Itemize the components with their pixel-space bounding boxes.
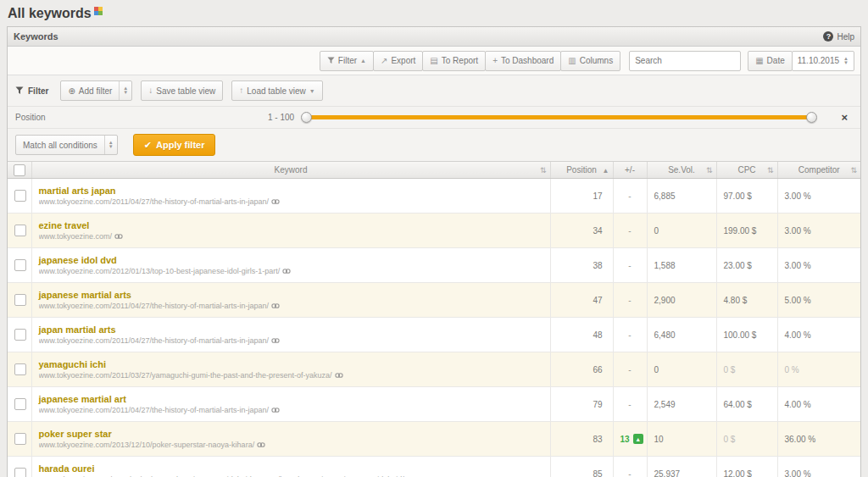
- keywords-panel: Keywords ? Help Filter ▲ ↗ Export ▤ To R…: [7, 26, 861, 477]
- change-cell: -: [613, 352, 647, 387]
- link-icon[interactable]: [114, 233, 123, 240]
- keyword-url: www.tokyoezine.com/2011/04/27/the-histor…: [39, 197, 543, 207]
- sort-icon[interactable]: ⇅: [540, 166, 547, 175]
- link-icon[interactable]: [271, 407, 280, 413]
- competitor-cell: 4.00 %: [777, 318, 860, 352]
- keyword-link[interactable]: yamaguchi ichi: [39, 359, 543, 370]
- row-checkbox[interactable]: [14, 294, 26, 306]
- to-report-button[interactable]: ▤ To Report: [422, 51, 486, 71]
- change-cell: 13 ▲: [613, 422, 647, 457]
- slider-handle-max[interactable]: [806, 112, 817, 123]
- sevol-cell: 2,900: [647, 283, 716, 318]
- remove-filter-icon[interactable]: ×: [841, 112, 848, 123]
- link-icon[interactable]: [335, 372, 343, 379]
- columns-button[interactable]: ▥ Columns: [560, 51, 620, 71]
- keyword-link[interactable]: ezine travel: [39, 220, 543, 231]
- filter-toggle-button[interactable]: Filter ▲: [320, 51, 374, 71]
- position-range-slider[interactable]: [303, 115, 815, 119]
- competitor-cell: 36.00 %: [777, 422, 860, 457]
- table-header-row: Keyword⇅ Position▲ +/- Se.Vol.⇅ CPC⇅ Com…: [8, 162, 860, 179]
- to-dashboard-button[interactable]: + To Dashboard: [485, 51, 561, 71]
- position-cell: 47: [550, 283, 613, 318]
- add-filter-stepper[interactable]: ▲▼: [119, 81, 131, 100]
- load-table-view-button[interactable]: ↑ Load table view ▼: [231, 80, 322, 101]
- funnel-icon: [327, 57, 335, 64]
- keyword-link[interactable]: japanese idol dvd: [39, 255, 543, 266]
- date-button[interactable]: ▦ Date: [748, 51, 793, 71]
- sort-icon[interactable]: ⇅: [850, 166, 857, 175]
- position-cell: 17: [550, 179, 613, 214]
- keyword-link[interactable]: japanese martial art: [39, 394, 543, 405]
- upload-icon: ↑: [239, 86, 243, 95]
- link-icon[interactable]: [257, 441, 265, 448]
- keyword-url: www.tokyoezine.com/2013/12/10/poker-supe…: [39, 441, 543, 450]
- table-row: japanese idol dvd www.tokyoezine.com/201…: [8, 248, 860, 283]
- slider-handle-min[interactable]: [301, 112, 312, 123]
- table-row: japanese martial art www.tokyoezine.com/…: [8, 387, 860, 422]
- position-cell: 66: [550, 352, 613, 387]
- column-header-sevol[interactable]: Se.Vol.⇅: [647, 162, 716, 179]
- column-header-keyword[interactable]: Keyword⇅: [31, 162, 550, 179]
- row-checkbox[interactable]: [14, 225, 26, 236]
- link-icon[interactable]: [282, 268, 291, 275]
- competitor-cell: 0 %: [777, 352, 860, 387]
- match-conditions-stepper[interactable]: ▲▼: [104, 136, 117, 154]
- row-checkbox[interactable]: [14, 433, 26, 445]
- search-input[interactable]: [629, 51, 741, 71]
- column-header-position[interactable]: Position▲: [550, 162, 613, 179]
- keyword-url: www.tokyoezine.com/2011/04/27/the-histor…: [39, 302, 543, 311]
- row-checkbox[interactable]: [14, 329, 26, 341]
- sort-icon[interactable]: ⇅: [706, 166, 713, 175]
- page-title: All keywords: [8, 6, 92, 20]
- column-header-cpc[interactable]: CPC⇅: [716, 162, 777, 179]
- row-checkbox[interactable]: [14, 190, 26, 202]
- match-conditions-select[interactable]: Match all conditions ▲▼: [15, 135, 118, 155]
- filter-controls-row: Filter ⊕ Add filter ▲▼ ↓ Save table view…: [8, 75, 860, 106]
- position-cell: 38: [550, 248, 613, 283]
- sort-asc-icon[interactable]: ▲: [603, 166, 609, 174]
- cpc-cell: 0 $: [716, 422, 777, 457]
- sort-icon[interactable]: ⇅: [767, 166, 774, 175]
- apply-filter-row: Match all conditions ▲▼ ✔ Apply filter: [8, 128, 860, 161]
- link-icon[interactable]: [271, 337, 280, 344]
- link-icon[interactable]: [271, 302, 280, 309]
- help-button[interactable]: ? Help: [823, 31, 854, 42]
- panel-title: Keywords: [14, 31, 58, 42]
- keyword-link[interactable]: martial arts japan: [39, 186, 543, 197]
- apply-filter-button[interactable]: ✔ Apply filter: [133, 134, 216, 156]
- export-button[interactable]: ↗ Export: [373, 51, 423, 71]
- keyword-link[interactable]: japan martial arts: [39, 324, 543, 336]
- select-all-checkbox[interactable]: [14, 164, 25, 176]
- keyword-link[interactable]: japanese martial arts: [39, 290, 543, 301]
- table-row: japan martial arts www.tokyoezine.com/20…: [8, 318, 860, 352]
- cpc-cell: 97.00 $: [716, 179, 777, 214]
- sevol-cell: 6,480: [647, 318, 716, 352]
- row-checkbox[interactable]: [14, 398, 26, 410]
- keyword-url: www.tokyoezine.com/2012/01/13/top-10-bes…: [39, 267, 543, 276]
- change-cell: -: [613, 248, 647, 283]
- change-cell: -: [613, 318, 647, 352]
- cpc-cell: 0 $: [716, 352, 777, 387]
- help-label: Help: [837, 32, 854, 42]
- save-table-view-button[interactable]: ↓ Save table view: [141, 80, 223, 101]
- stepper-arrows-icon: ▲▼: [108, 141, 114, 149]
- cpc-cell: 23.00 $: [716, 248, 777, 283]
- competitor-cell: 3.00 %: [777, 248, 860, 283]
- stepper-arrows-icon: ▲▼: [843, 57, 849, 65]
- add-filter-button[interactable]: ⊕ Add filter ▲▼: [60, 80, 132, 101]
- up-arrow-icon: ▲: [633, 434, 643, 444]
- position-cell: 85: [550, 457, 613, 477]
- keyword-link[interactable]: poker super star: [39, 429, 543, 440]
- link-icon[interactable]: [271, 198, 280, 205]
- row-checkbox[interactable]: [14, 468, 26, 477]
- column-header-change[interactable]: +/-: [613, 162, 647, 179]
- position-filter-label: Position: [15, 113, 268, 122]
- row-checkbox[interactable]: [14, 259, 26, 271]
- competitor-cell: 3.00 %: [777, 214, 860, 248]
- competitor-cell: 5.00 %: [777, 283, 860, 318]
- row-checkbox[interactable]: [14, 363, 26, 375]
- sevol-cell: 0: [647, 352, 716, 387]
- keyword-link[interactable]: harada ourei: [39, 463, 543, 474]
- column-header-competitor[interactable]: Competitor⇅: [777, 162, 860, 179]
- date-value-box[interactable]: 11.10.2015 ▲▼: [792, 51, 854, 71]
